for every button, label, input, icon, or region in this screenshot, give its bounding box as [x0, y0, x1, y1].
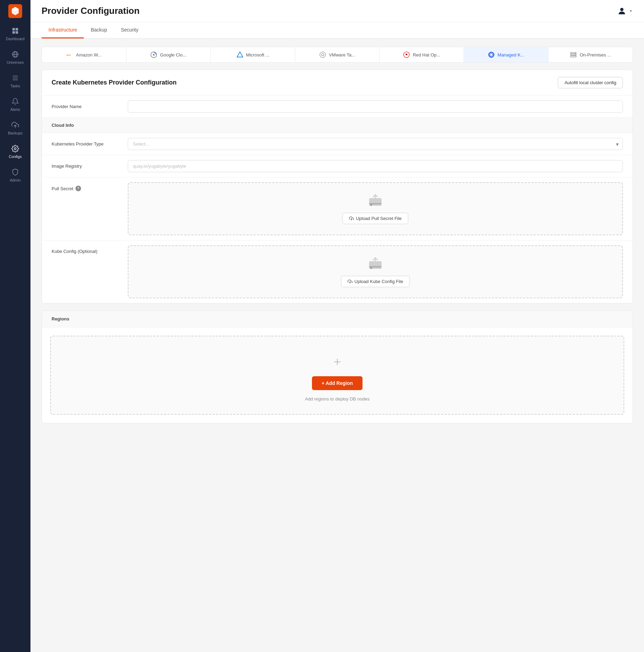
- sidebar-item-label: Alerts: [10, 107, 20, 112]
- main-tabs: Infrastructure Backup Security: [30, 22, 644, 38]
- svg-point-16: [153, 54, 155, 56]
- provider-tabs: aws Amazon W... Google Clo... Microsoft …: [42, 47, 633, 63]
- svg-rect-3: [12, 31, 15, 34]
- k8s-provider-type-field: Select... ▾: [128, 138, 623, 150]
- provider-tab-redhat[interactable]: Red Hat Op...: [379, 47, 464, 62]
- k8s-icon: [488, 51, 495, 58]
- image-registry-field: [128, 160, 623, 172]
- sidebar-item-admin[interactable]: Admin: [0, 164, 30, 187]
- azure-icon: [236, 51, 243, 58]
- svg-rect-1: [12, 28, 15, 30]
- aws-label: Amazon W...: [76, 52, 102, 58]
- svg-point-12: [14, 148, 16, 150]
- add-region-area: ＋ + Add Region Add regions to deploy DB …: [50, 336, 624, 415]
- admin-icon: [11, 168, 19, 176]
- image-registry-row: Image Registry: [42, 155, 633, 177]
- sidebar: Dashboard Universes Tasks Alerts: [0, 0, 30, 652]
- provider-name-label: Provider Name: [52, 100, 128, 109]
- svg-rect-30: [369, 203, 382, 204]
- configs-icon: [11, 145, 19, 152]
- svg-rect-4: [16, 31, 18, 34]
- k8s-provider-type-select-wrap: Select... ▾: [128, 138, 623, 150]
- backups-icon: [11, 121, 19, 129]
- redhat-icon: [403, 51, 410, 58]
- onprem-label: On-Premises ...: [580, 52, 611, 58]
- kube-config-upload-area[interactable]: Upload Kube Config File: [128, 245, 623, 298]
- kube-config-label: Kube Config (Optional): [52, 245, 128, 254]
- form-title: Create Kubernetes Provider Configuration: [52, 79, 177, 86]
- svg-rect-2: [16, 28, 18, 30]
- onprem-icon: [570, 51, 577, 58]
- pull-secret-field: Upload Pull Secret File: [128, 182, 623, 235]
- add-region-button[interactable]: + Add Region: [312, 376, 363, 390]
- kube-config-row: Kube Config (Optional): [42, 240, 633, 303]
- tab-infrastructure[interactable]: Infrastructure: [42, 22, 84, 38]
- svg-point-28: [575, 54, 576, 55]
- kube-config-upload-icon: [367, 256, 384, 272]
- regions-card: Regions ＋ + Add Region Add regions to de…: [42, 310, 633, 423]
- upload-kube-config-button[interactable]: Upload Kube Config File: [341, 276, 410, 287]
- pull-secret-row: Pull Secret ?: [42, 177, 633, 240]
- aws-icon: aws: [66, 51, 73, 58]
- regions-body: ＋ + Add Region Add regions to deploy DB …: [42, 327, 633, 423]
- header: Provider Configuration: [30, 0, 644, 22]
- redhat-label: Red Hat Op...: [413, 52, 440, 58]
- autofill-button[interactable]: Autofill local cluster config: [558, 77, 623, 88]
- sidebar-item-tasks[interactable]: Tasks: [0, 69, 30, 93]
- provider-name-row: Provider Name: [42, 95, 633, 117]
- add-region-plus-icon: ＋: [331, 353, 343, 370]
- provider-tab-azure[interactable]: Microsoft ...: [211, 47, 295, 62]
- svg-point-27: [575, 53, 576, 53]
- provider-tab-gcp[interactable]: Google Clo...: [126, 47, 211, 62]
- managed-k8s-label: Managed K...: [498, 52, 524, 58]
- sidebar-item-alerts[interactable]: Alerts: [0, 93, 30, 116]
- provider-tab-vmware[interactable]: VMware Ta...: [295, 47, 380, 62]
- pull-secret-upload-area[interactable]: Upload Pull Secret File: [128, 182, 623, 235]
- sidebar-item-label: Dashboard: [6, 37, 25, 41]
- svg-rect-26: [571, 56, 576, 57]
- image-registry-input[interactable]: [128, 160, 623, 172]
- k8s-provider-type-label: Kubernetes Provider Type: [52, 138, 128, 147]
- provider-name-input[interactable]: [128, 100, 623, 113]
- azure-label: Microsoft ...: [246, 52, 269, 58]
- page-title: Provider Configuration: [42, 6, 140, 16]
- sidebar-item-universes[interactable]: Universes: [0, 46, 30, 69]
- sidebar-item-dashboard[interactable]: Dashboard: [0, 22, 30, 46]
- provider-tab-on-premises[interactable]: On-Premises ...: [548, 47, 633, 62]
- pull-secret-upload-icon: [367, 193, 384, 209]
- svg-marker-17: [237, 52, 243, 57]
- gcp-icon: [150, 51, 157, 58]
- sidebar-logo: [0, 0, 30, 22]
- svg-rect-31: [370, 204, 372, 206]
- upload-icon: [348, 279, 352, 284]
- upload-pull-secret-button[interactable]: Upload Pull Secret File: [342, 213, 408, 224]
- kube-config-field: Upload Kube Config File: [128, 245, 623, 298]
- upload-icon: [349, 216, 354, 221]
- alerts-icon: [11, 98, 19, 105]
- pull-secret-help-icon[interactable]: ?: [75, 186, 81, 191]
- add-region-label: + Add Region: [322, 380, 353, 386]
- vmware-icon: [319, 51, 326, 58]
- tab-backup[interactable]: Backup: [84, 22, 114, 38]
- k8s-provider-type-select[interactable]: Select...: [128, 138, 623, 150]
- svg-text:aws: aws: [66, 54, 71, 56]
- provider-tab-managed-k8s[interactable]: Managed K...: [464, 47, 548, 62]
- user-menu[interactable]: [617, 6, 633, 16]
- dashboard-icon: [11, 27, 19, 35]
- svg-point-23: [491, 54, 492, 56]
- cloud-info-header: Cloud Info: [42, 117, 633, 133]
- svg-rect-34: [369, 266, 382, 267]
- k8s-provider-type-row: Kubernetes Provider Type Select... ▾: [42, 133, 633, 155]
- upload-pull-secret-label: Upload Pull Secret File: [356, 216, 402, 221]
- user-icon: [617, 6, 627, 16]
- provider-name-field: [128, 100, 623, 113]
- tab-security[interactable]: Security: [114, 22, 145, 38]
- provider-tab-aws[interactable]: aws Amazon W...: [42, 47, 126, 62]
- tasks-icon: [11, 74, 19, 82]
- upload-kube-config-label: Upload Kube Config File: [355, 279, 403, 284]
- gcp-label: Google Clo...: [160, 52, 186, 58]
- sidebar-item-backups[interactable]: Backups: [0, 116, 30, 140]
- svg-point-13: [620, 8, 623, 11]
- sidebar-item-configs[interactable]: Configs: [0, 140, 30, 164]
- universes-icon: [11, 51, 19, 58]
